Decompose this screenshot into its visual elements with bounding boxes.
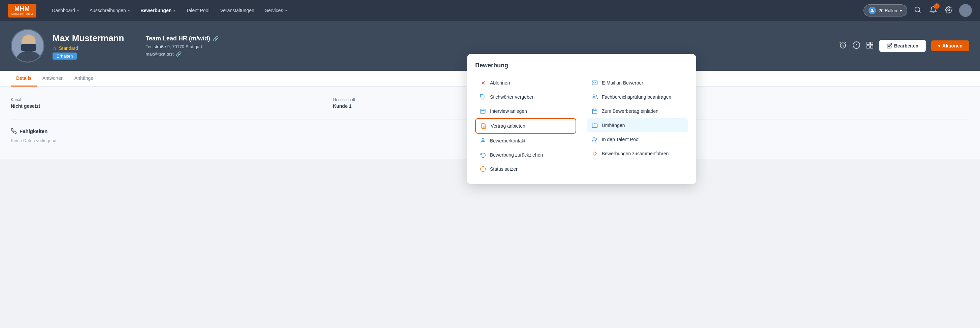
email-link-icon[interactable]: 🔗 xyxy=(176,51,181,57)
nav-item-talent-pool[interactable]: Talent Pool xyxy=(181,5,214,16)
skills-section: Fähigkeiten Keine Daten vorliegend xyxy=(11,128,485,148)
svg-point-4 xyxy=(963,7,968,12)
dropdown-item-ablehnen[interactable]: ✕ Ablehnen xyxy=(475,76,576,90)
actions-label: Aktionen xyxy=(942,43,963,48)
nav-label-ausschreibungen: Ausschreibungen xyxy=(89,8,126,13)
actions-button[interactable]: ▾ Aktionen xyxy=(931,40,969,51)
edit-button[interactable]: Bearbeiten xyxy=(879,40,926,52)
logo-text: MHM xyxy=(14,6,30,12)
dropdown-label-ablehnen: Ablehnen xyxy=(490,80,510,86)
notification-badge: 1 xyxy=(934,3,940,9)
skills-title: Fähigkeiten xyxy=(11,128,485,134)
chevron-down-icon: ▾ xyxy=(900,8,902,13)
dropdown-label-umhaengen: Umhängen xyxy=(602,123,625,128)
profile-job-section: Team Lead HR (m/w/d) 🔗 Teststraße 9, 701… xyxy=(145,35,219,57)
dropdown-item-bewerberkontakt[interactable]: Bewerberkontakt xyxy=(475,134,576,148)
document-icon xyxy=(480,122,487,130)
tab-anhaenge[interactable]: Anhänge xyxy=(69,71,99,86)
roles-button[interactable]: 20 Rollen ▾ xyxy=(864,5,907,16)
chevron-down-icon: ▾ xyxy=(285,9,287,13)
dropdown-title: Bewerbung xyxy=(475,62,688,69)
dropdown-item-zurueckziehen[interactable]: Bewerbung zurückziehen xyxy=(475,148,576,159)
svg-point-27 xyxy=(482,139,484,140)
star-icon: ☆ xyxy=(52,45,57,51)
chevron-down-icon: ▾ xyxy=(77,9,79,13)
svg-rect-16 xyxy=(870,42,873,45)
logo-sub: MHM-HR.COM xyxy=(11,13,33,16)
navbar-right: 20 Rollen ▾ 1 xyxy=(864,4,972,17)
profile-job-title: Team Lead HR (m/w/d) 🔗 xyxy=(145,35,219,42)
notifications-button[interactable]: 1 xyxy=(928,5,938,16)
nav-item-dashboard[interactable]: Dashboard ▾ xyxy=(47,5,84,16)
profile-address: Teststraße 9, 70170 Stuttgart xyxy=(145,44,219,49)
chevron-down-icon: ▾ xyxy=(938,43,940,48)
dropdown-item-umhaengen[interactable]: Umhängen xyxy=(587,118,688,132)
dropdown-item-stichwoerter[interactable]: Stichwörter vergeben xyxy=(475,90,576,104)
merge-icon xyxy=(591,150,598,157)
svg-rect-32 xyxy=(592,109,597,114)
skills-title-text: Fähigkeiten xyxy=(19,128,48,134)
dropdown-grid: ✕ Ablehnen Stichwörter vergeben Intervie… xyxy=(475,76,688,159)
dropdown-label-interview: Interview anlegen xyxy=(490,108,527,114)
roles-icon xyxy=(869,7,876,14)
svg-point-0 xyxy=(871,9,873,10)
users-icon xyxy=(591,93,598,101)
user-avatar[interactable] xyxy=(959,4,972,17)
x-icon: ✕ xyxy=(479,79,487,86)
user-icon xyxy=(479,137,487,145)
calendar-icon xyxy=(479,107,487,115)
svg-point-31 xyxy=(593,95,595,97)
chevron-down-icon: ▾ xyxy=(128,9,130,13)
svg-point-1 xyxy=(915,7,920,12)
standard-label: Standard xyxy=(59,45,78,51)
dropdown-label-stichwoerter: Stichwörter vergeben xyxy=(490,94,535,100)
nav-label-bewerbungen: Bewerbungen xyxy=(140,8,172,13)
dropdown-menu[interactable]: Bewerbung ✕ Ablehnen Stichwörter vergebe… xyxy=(467,54,696,159)
chevron-down-icon: ▾ xyxy=(173,9,175,13)
dropdown-item-talentpool[interactable]: In den Talent Pool xyxy=(587,132,688,146)
nav-item-services[interactable]: Services ▾ xyxy=(260,5,292,16)
settings-button[interactable] xyxy=(943,5,954,16)
link-icon[interactable]: 🔗 xyxy=(213,36,219,41)
field-standorte: Standorte xyxy=(655,97,969,109)
skills-icon xyxy=(11,128,17,134)
alarm-button[interactable] xyxy=(839,41,847,51)
dropdown-item-fachbereich[interactable]: Fachbereichsprüfung beantragen xyxy=(587,90,688,104)
search-button[interactable] xyxy=(913,5,923,16)
nav-item-bewerbungen[interactable]: Bewerbungen ▾ xyxy=(136,5,180,16)
logo[interactable]: MHM MHM-HR.COM xyxy=(8,4,37,18)
roles-label: 20 Rollen xyxy=(879,8,897,13)
tab-antworten[interactable]: Antworten xyxy=(37,71,69,86)
info-button[interactable] xyxy=(853,41,861,51)
address-text: Teststraße 9, 70170 Stuttgart xyxy=(145,44,202,49)
dropdown-item-email[interactable]: E-Mail an Bewerber xyxy=(587,76,688,90)
dropdown-label-talentpool: In den Talent Pool xyxy=(602,137,640,142)
grid-button[interactable] xyxy=(866,41,874,51)
dropdown-item-bewerbertag[interactable]: Zum Bewerbertag einladen xyxy=(587,104,688,118)
kanal-value: Nicht gesetzt xyxy=(11,103,325,109)
dropdown-item-zusammenfuehren[interactable]: Bewerbungen zusammenführen xyxy=(587,146,688,159)
profile-info: Max Mustermann ☆ Standard Erhalten xyxy=(52,33,124,59)
nav-item-veranstaltungen[interactable]: Veranstaltungen xyxy=(216,5,259,16)
navbar: MHM MHM-HR.COM Dashboard ▾ Ausschreibung… xyxy=(0,0,980,21)
tag-icon xyxy=(479,93,487,101)
profile-name: Max Mustermann xyxy=(52,33,124,43)
dropdown-item-vertrag[interactable]: Vertrag anbieten xyxy=(475,118,576,134)
undo-icon xyxy=(479,151,487,159)
calendar2-icon xyxy=(591,107,598,115)
svg-rect-15 xyxy=(867,42,869,45)
dropdown-item-interview[interactable]: Interview anlegen xyxy=(475,104,576,118)
svg-point-5 xyxy=(961,11,970,16)
folder-icon xyxy=(591,121,598,129)
profile-standard: ☆ Standard xyxy=(52,45,124,51)
nav-item-ausschreibungen[interactable]: Ausschreibungen ▾ xyxy=(85,5,134,16)
edit-label: Bearbeiten xyxy=(894,43,918,48)
dropdown-label-vertrag: Vertrag anbieten xyxy=(491,123,525,129)
svg-rect-21 xyxy=(480,109,485,114)
nav-label-dashboard: Dashboard xyxy=(52,8,75,13)
user-plus-icon xyxy=(591,136,598,143)
dropdown-label-fachbereich: Fachbereichsprüfung beantragen xyxy=(602,94,671,100)
profile-tag[interactable]: Erhalten xyxy=(52,53,77,60)
dropdown-label-zurueckziehen: Bewerbung zurückziehen xyxy=(490,152,543,158)
tab-details[interactable]: Details xyxy=(11,71,37,86)
